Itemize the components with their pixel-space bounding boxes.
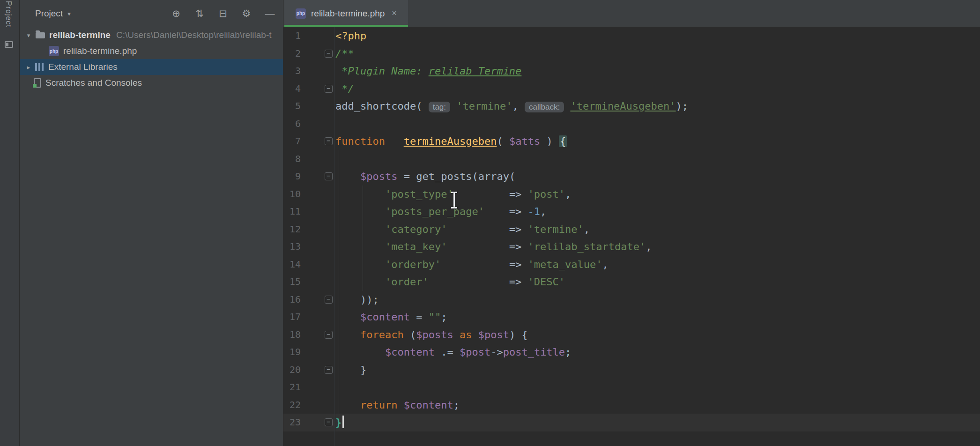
- php-file-icon: php: [49, 46, 59, 56]
- code-line[interactable]: function termineAusgeben( $atts ) {: [335, 133, 980, 150]
- code-line[interactable]: 'meta_key' => 'relilab_startdate',: [335, 238, 980, 256]
- project-panel-title[interactable]: Project: [35, 8, 63, 19]
- chevron-down-icon[interactable]: ▾: [67, 10, 71, 17]
- mouse-ibeam-cursor: [451, 191, 458, 209]
- folder-icon: [36, 32, 45, 38]
- project-root-path: C:\Users\Daniel\Desktop\relilab\relilab-…: [116, 30, 272, 40]
- fold-end-marker[interactable]: −: [325, 296, 333, 304]
- code-line[interactable]: $content .= $post->post_title;: [335, 343, 980, 361]
- tree-item-php-file[interactable]: php relilab-termine.php: [20, 43, 283, 59]
- fold-markers: −−−−−−−−: [283, 27, 335, 446]
- code-lines[interactable]: <?php/** *Plugin Name: relilab Termine *…: [335, 27, 980, 446]
- code-line[interactable]: 'post_type' => 'post',: [335, 186, 980, 203]
- code-line[interactable]: */: [335, 80, 980, 98]
- fold-start-marker[interactable]: −: [325, 137, 333, 145]
- fold-end-marker[interactable]: −: [325, 366, 333, 374]
- code-line[interactable]: }: [335, 414, 980, 431]
- code-line[interactable]: foreach ($posts as $post) {: [335, 326, 980, 344]
- tree-item-scratches[interactable]: Scratches and Consoles: [20, 75, 283, 91]
- code-line[interactable]: add_shortcode( tag: 'termine', callback:…: [335, 97, 980, 115]
- fold-end-marker[interactable]: −: [325, 85, 333, 93]
- project-panel: Project ▾ ⊕⇅⊟⚙— ▾ relilab-termine C:\Use…: [20, 0, 283, 446]
- libraries-icon: [35, 63, 44, 71]
- tree-item-label: Scratches and Consoles: [45, 78, 142, 88]
- tab-label: relilab-termine.php: [311, 8, 385, 19]
- code-line[interactable]: 'orderby' => 'meta_value',: [335, 256, 980, 274]
- code-line[interactable]: *Plugin Name: relilab Termine: [335, 62, 980, 80]
- expand-chevron-icon[interactable]: ▾: [23, 32, 34, 39]
- tool-window-stripe: Project: [0, 0, 19, 446]
- tree-item-external-libraries[interactable]: ▸ External Libraries: [20, 59, 283, 75]
- code-line[interactable]: 'category' => 'termine',: [335, 221, 980, 238]
- project-toolbar-icons: ⊕⇅⊟⚙—: [171, 8, 275, 19]
- code-line[interactable]: <?php: [335, 27, 980, 45]
- editor-area: php relilab-termine.php × 12345678910111…: [283, 0, 980, 446]
- code-line[interactable]: [335, 150, 980, 168]
- code-line[interactable]: /**: [335, 45, 980, 63]
- code-line[interactable]: $posts = get_posts(array(: [335, 168, 980, 186]
- text-caret: [342, 416, 344, 428]
- tab-relilab-termine-php[interactable]: php relilab-termine.php ×: [284, 0, 408, 27]
- code-line[interactable]: ));: [335, 291, 980, 309]
- project-stripe-button[interactable]: Project: [4, 1, 13, 28]
- hide-panel-icon[interactable]: —: [264, 8, 275, 19]
- collapse-chevron-icon[interactable]: ▸: [23, 64, 34, 71]
- fold-end-marker[interactable]: −: [325, 418, 333, 426]
- fold-start-marker[interactable]: −: [325, 50, 333, 58]
- indent-guide: [339, 150, 339, 414]
- fold-start-marker[interactable]: −: [325, 331, 333, 339]
- tree-item-label: relilab-termine: [49, 30, 111, 40]
- tree-item-label: External Libraries: [48, 62, 118, 72]
- tool-window-icon[interactable]: [5, 41, 13, 48]
- code-line[interactable]: 'posts_per_page' => -1,: [335, 203, 980, 221]
- editor-tab-bar: php relilab-termine.php ×: [283, 0, 980, 27]
- code-line[interactable]: $content = "";: [335, 308, 980, 326]
- tree-item-project-root[interactable]: ▾ relilab-termine C:\Users\Daniel\Deskto…: [20, 27, 283, 43]
- code-line[interactable]: }: [335, 361, 980, 379]
- indent-guide: [363, 186, 363, 291]
- project-panel-header: Project ▾ ⊕⇅⊟⚙—: [20, 0, 283, 27]
- code-line[interactable]: 'order' => 'DESC': [335, 273, 980, 291]
- close-tab-icon[interactable]: ×: [392, 8, 397, 18]
- tree-item-label: relilab-termine.php: [63, 46, 137, 56]
- scratches-icon: [34, 78, 41, 88]
- php-file-icon: php: [296, 8, 306, 19]
- fold-start-marker[interactable]: −: [325, 172, 333, 180]
- locate-file-icon[interactable]: ⊕: [171, 8, 182, 19]
- code-line[interactable]: [335, 115, 980, 133]
- expand-all-icon[interactable]: ⇅: [194, 8, 205, 19]
- code-line[interactable]: [335, 379, 980, 396]
- settings-gear-icon[interactable]: ⚙: [241, 8, 252, 19]
- code-line[interactable]: return $content;: [335, 396, 980, 414]
- code-editor[interactable]: 1234567891011121314151617181920212223 −−…: [283, 27, 980, 446]
- collapse-all-icon[interactable]: ⊟: [217, 8, 229, 19]
